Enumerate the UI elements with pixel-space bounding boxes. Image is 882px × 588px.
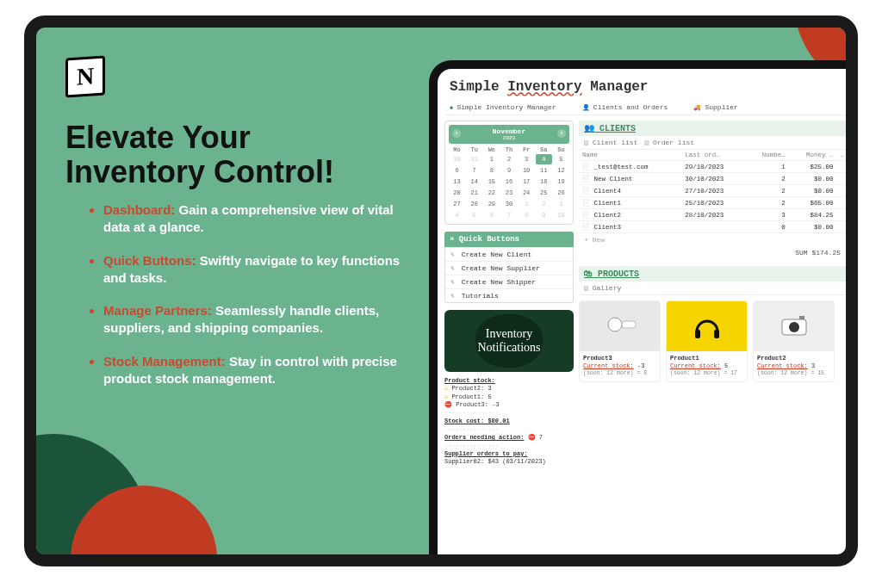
headline: Elevate Your Inventory Control!	[65, 121, 427, 190]
table-row[interactable]: Client125/10/20232$65.00	[579, 197, 848, 209]
quick-button-tutorials[interactable]: Tutorials	[445, 288, 573, 302]
calendar-day[interactable]: 23	[500, 188, 517, 198]
calendar-day[interactable]: 19	[553, 176, 569, 187]
clients-new-row[interactable]: + New	[579, 233, 848, 246]
notes-block: Product stock: Product2: 3 Product1: 5 P…	[444, 377, 574, 467]
feature-item: Stock Management: Stay in control with p…	[103, 353, 415, 388]
product-card[interactable]: Product2 Current stock: (soon: 12 more) …	[753, 300, 835, 382]
calendar-widget[interactable]: ‹ November 2023 › MoTuWeThFrSaSu30311234…	[444, 121, 574, 225]
clients-header: CLIENTS	[579, 121, 848, 136]
table-row[interactable]: Client228/10/20233$84.25	[579, 209, 848, 221]
calendar-day[interactable]: 13	[449, 176, 465, 187]
headline-line: Inventory Control!	[65, 154, 334, 189]
feature-item: Dashboard: Gain a comprehensive view of …	[103, 201, 415, 237]
calendar-day[interactable]: 18	[536, 176, 552, 187]
calendar-header: ‹ November 2023 ›	[449, 125, 569, 144]
calendar-day[interactable]: 22	[483, 188, 500, 198]
calendar-day[interactable]: 6	[483, 210, 500, 220]
svg-rect-2	[695, 330, 700, 338]
feature-item: Quick Buttons: Swiftly navigate to key f…	[103, 252, 415, 288]
product-thumb-headphones-icon	[667, 301, 747, 351]
calendar-day[interactable]: 5	[466, 210, 482, 220]
calendar-day[interactable]: 9	[536, 210, 552, 220]
supplier-pay-line: Supplier02: $43 (03/11/2023)	[444, 458, 574, 466]
stock-line: Product3: -3	[444, 401, 574, 409]
calendar-day[interactable]: 4	[536, 154, 552, 164]
inventory-notifications-card[interactable]: InventoryNotifications	[444, 310, 574, 372]
calendar-day[interactable]: 5	[553, 154, 569, 164]
calendar-next-icon[interactable]: ›	[557, 129, 566, 138]
calendar-day[interactable]: 12	[553, 165, 569, 176]
stock-line: Product1: 5	[444, 393, 574, 401]
calendar-day[interactable]: 28	[466, 199, 482, 209]
quick-buttons-list: Create New Client Create New Supplier Cr…	[444, 247, 574, 303]
calendar-day[interactable]: 2	[536, 199, 552, 209]
product-card[interactable]: Product3 Current stock: -3 (soon: 12 mor…	[579, 300, 661, 382]
calendar-day[interactable]: 7	[466, 165, 482, 176]
page-title: Simple Inventory Manager	[450, 79, 851, 95]
calendar-day[interactable]: 21	[466, 188, 482, 198]
app-screen: Simple Inventory Manager Simple Inventor…	[438, 69, 851, 566]
calendar-day[interactable]: 16	[500, 176, 517, 187]
calendar-day[interactable]: 26	[553, 188, 569, 198]
clients-table: Name Last ord… Numbe… Money … … _test@te…	[579, 150, 848, 233]
calendar-day[interactable]: 6	[449, 165, 465, 176]
product-card[interactable]: Product1 Current stock: 5 (soon: 12 more…	[666, 300, 748, 382]
calendar-day[interactable]: 11	[536, 165, 552, 176]
calendar-day[interactable]: 2	[500, 154, 517, 164]
calendar-day[interactable]: 30	[449, 154, 465, 164]
tab-dashboard[interactable]: Simple Inventory Manager	[450, 103, 556, 111]
product-thumb-watch-icon	[580, 301, 660, 351]
calendar-day[interactable]: 31	[466, 154, 482, 164]
product-thumb-camera-icon	[754, 301, 834, 351]
view-order-list[interactable]: Order list	[644, 139, 694, 146]
calendar-day[interactable]: 10	[553, 210, 569, 220]
quick-buttons-header: Quick Buttons	[444, 232, 574, 247]
products-section: PRODUCTS Gallery Product3	[579, 266, 848, 382]
svg-rect-6	[799, 316, 804, 319]
calendar-day[interactable]: 27	[449, 199, 465, 209]
feature-list: Dashboard: Gain a comprehensive view of …	[88, 201, 415, 403]
calendar-day[interactable]: 17	[519, 176, 535, 187]
view-client-list[interactable]: Client list	[584, 139, 637, 146]
notion-logo-icon: N	[65, 55, 105, 97]
promo-frame: N Elevate Your Inventory Control! Dashbo…	[24, 15, 858, 566]
calendar-day[interactable]: 29	[483, 199, 500, 209]
calendar-day[interactable]: 3	[553, 199, 569, 209]
top-nav-tabs: Simple Inventory Manager Clients and Ord…	[444, 102, 851, 115]
headline-line: Elevate Your	[65, 120, 251, 155]
table-row[interactable]: Client30$0.00	[579, 221, 848, 233]
products-view-tabs: Gallery	[579, 282, 848, 295]
tab-suppliers[interactable]: Supplier	[693, 103, 738, 111]
table-row[interactable]: Client427/10/20232$0.00	[579, 185, 848, 197]
view-gallery[interactable]: Gallery	[584, 284, 621, 292]
quick-button-new-supplier[interactable]: Create New Supplier	[445, 261, 573, 275]
table-row[interactable]: _test@test.com29/10/20231$25.00	[579, 161, 848, 173]
products-gallery: Product3 Current stock: -3 (soon: 12 mor…	[579, 295, 848, 382]
tablet-device: Simple Inventory Manager Simple Inventor…	[429, 60, 851, 566]
feature-item: Manage Partners: Seamlessly handle clien…	[103, 302, 415, 337]
svg-rect-3	[714, 330, 719, 338]
calendar-day[interactable]: 20	[449, 188, 465, 198]
tab-clients[interactable]: Clients and Orders	[582, 103, 668, 111]
calendar-day[interactable]: 8	[483, 165, 500, 176]
calendar-day[interactable]: 1	[519, 199, 535, 209]
quick-button-new-shipper[interactable]: Create New Shipper	[445, 275, 573, 288]
calendar-day[interactable]: 4	[449, 210, 465, 220]
calendar-day[interactable]: 8	[519, 210, 535, 220]
calendar-day[interactable]: 25	[536, 188, 552, 198]
quick-button-new-client[interactable]: Create New Client	[445, 247, 573, 261]
calendar-day[interactable]: 7	[500, 210, 517, 220]
calendar-day[interactable]: 15	[483, 176, 500, 187]
clients-sum: SUM $174.25	[579, 246, 848, 259]
calendar-day[interactable]: 10	[519, 165, 535, 176]
table-row[interactable]: New Client30/10/20232$0.00	[579, 173, 848, 185]
calendar-day[interactable]: 14	[466, 176, 482, 187]
calendar-day[interactable]: 24	[519, 188, 535, 198]
calendar-day[interactable]: 9	[500, 165, 517, 176]
calendar-day[interactable]: 30	[500, 199, 517, 209]
calendar-day[interactable]: 3	[519, 154, 535, 164]
svg-point-5	[789, 322, 799, 332]
calendar-day[interactable]: 1	[483, 154, 500, 164]
clients-view-tabs: Client list Order list	[579, 136, 848, 150]
